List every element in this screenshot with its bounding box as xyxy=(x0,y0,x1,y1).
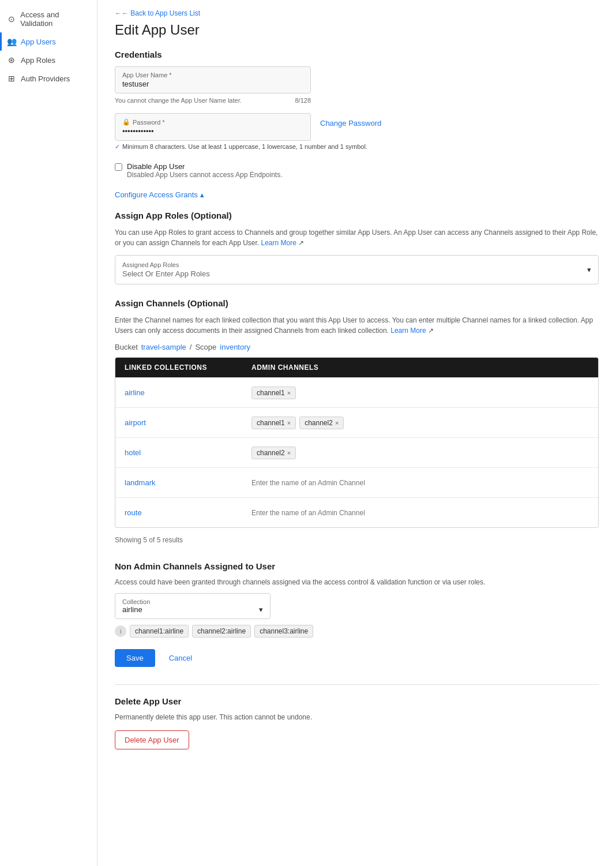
password-field: 🔒 Password * xyxy=(115,113,311,141)
non-admin-title: Non Admin Channels Assigned to User xyxy=(115,561,599,571)
channel-tag: channel1 × xyxy=(251,417,296,429)
channel-tags-hotel: channel2 × xyxy=(251,447,589,459)
collection-select[interactable]: Collection airline xyxy=(115,593,271,619)
bucket-label: Bucket xyxy=(115,343,138,351)
channel-tag: channel1 × xyxy=(251,387,296,399)
non-admin-tag: channel1:airline xyxy=(130,625,189,638)
checkmark-icon: ✓ xyxy=(115,143,120,151)
credentials-section: Credentials App User Name * You cannot c… xyxy=(115,50,599,151)
bucket-scope-row: Bucket travel-sample / Scope inventory xyxy=(115,343,599,351)
lock-icon: 🔒 xyxy=(122,118,130,126)
disable-label: Disable App User Disabled App Users cann… xyxy=(127,162,283,179)
col1-header: LINKED COLLECTIONS xyxy=(115,358,242,377)
delete-section: Delete App User Permanently delete this … xyxy=(115,696,599,749)
username-hint-text: You cannot change the App User Name late… xyxy=(115,97,242,104)
password-row: 🔒 Password * Change Password xyxy=(115,113,599,141)
delete-button[interactable]: Delete App User xyxy=(115,730,189,749)
app-roles-icon: ⊛ xyxy=(7,55,16,65)
delete-desc: Permanently delete this app user. This a… xyxy=(115,713,599,721)
remove-tag-icon[interactable]: × xyxy=(287,389,291,396)
delete-title: Delete App User xyxy=(115,696,599,706)
non-admin-section: Non Admin Channels Assigned to User Acce… xyxy=(115,561,599,638)
sidebar-item-auth-providers[interactable]: ⊞ Auth Providers xyxy=(0,69,97,88)
username-count: 8/128 xyxy=(295,97,311,104)
credentials-title: Credentials xyxy=(115,50,599,59)
assign-channels-title: Assign Channels (Optional) xyxy=(115,298,599,308)
page-title: Edit App User xyxy=(115,22,599,38)
sidebar-item-access-validation[interactable]: ⊙ Access and Validation xyxy=(0,6,97,32)
collection-airline[interactable]: airline xyxy=(125,388,145,397)
sidebar-item-label: Access and Validation xyxy=(20,10,90,28)
collection-chevron-icon xyxy=(259,605,263,614)
non-admin-tag: channel3:airline xyxy=(254,625,313,638)
username-input[interactable] xyxy=(122,80,303,88)
table-row: landmark xyxy=(115,467,598,497)
change-password-link[interactable]: Change Password xyxy=(320,113,381,128)
non-admin-desc: Access could have been granted through c… xyxy=(115,578,599,586)
non-admin-tag: channel2:airline xyxy=(192,625,251,638)
assign-channels-desc: Enter the Channel names for each linked … xyxy=(115,315,599,336)
divider xyxy=(115,684,599,685)
collection-landmark[interactable]: landmark xyxy=(125,478,155,487)
password-label: 🔒 Password * xyxy=(122,118,303,126)
table-row: airport channel1 × channel2 × xyxy=(115,407,598,437)
col2-header: ADMIN CHANNELS xyxy=(242,358,598,377)
scope-value[interactable]: inventory xyxy=(220,343,250,351)
username-label: App User Name * xyxy=(122,72,303,78)
channel-tags-airline: channel1 × xyxy=(251,387,589,399)
table-row: airline channel1 × xyxy=(115,377,598,407)
disable-section: Disable App User Disabled App Users cann… xyxy=(115,162,599,179)
configure-link[interactable]: Configure Access Grants xyxy=(115,190,204,199)
password-hint: ✓ Minimum 8 characters. Use at least 1 u… xyxy=(115,143,599,151)
table-row: hotel channel2 × xyxy=(115,437,598,467)
auth-providers-icon: ⊞ xyxy=(7,74,16,83)
sidebar: ⊙ Access and Validation 👥 App Users ⊛ Ap… xyxy=(0,0,97,866)
assign-channels-learn-more[interactable]: Learn More xyxy=(390,327,426,335)
channels-table: LINKED COLLECTIONS ADMIN CHANNELS airlin… xyxy=(115,357,599,528)
main-content: ← ← Back to App Users List Edit App User… xyxy=(97,0,616,866)
assigned-roles-dropdown[interactable]: Assigned App Roles Select Or Enter App R… xyxy=(115,255,599,284)
chevron-down-icon xyxy=(587,265,591,274)
sidebar-item-label: Auth Providers xyxy=(21,74,70,83)
remove-tag-icon[interactable]: × xyxy=(287,449,291,456)
assign-roles-title: Assign App Roles (Optional) xyxy=(115,211,599,220)
bucket-value[interactable]: travel-sample xyxy=(141,343,186,351)
table-row: route xyxy=(115,497,598,527)
channel-tags-airport: channel1 × channel2 × xyxy=(251,417,589,429)
channel-input-route[interactable] xyxy=(251,509,589,517)
disable-checkbox[interactable] xyxy=(115,163,122,171)
sidebar-item-app-roles[interactable]: ⊛ App Roles xyxy=(0,51,97,69)
remove-tag-icon[interactable]: × xyxy=(335,419,339,426)
external-link-icon: ↗ xyxy=(298,239,304,247)
non-admin-channels: i channel1:airline channel2:airline chan… xyxy=(115,625,599,638)
remove-tag-icon[interactable]: × xyxy=(287,419,291,426)
password-input[interactable] xyxy=(122,127,303,136)
username-hint-row: You cannot change the App User Name late… xyxy=(115,97,311,104)
assign-roles-desc: You can use App Roles to grant access to… xyxy=(115,227,599,248)
chevron-up-icon xyxy=(200,190,204,199)
scope-label: Scope xyxy=(195,343,216,351)
external-link-icon2: ↗ xyxy=(428,327,434,335)
showing-results: Showing 5 of 5 results xyxy=(115,533,599,548)
form-actions: Save Cancel xyxy=(115,649,599,667)
save-button[interactable]: Save xyxy=(115,649,155,667)
user-icon: i xyxy=(115,625,126,637)
channel-tag: channel2 × xyxy=(251,447,296,459)
channel-tag: channel2 × xyxy=(299,417,344,429)
sidebar-item-label: App Roles xyxy=(21,56,55,65)
collection-hotel[interactable]: hotel xyxy=(125,448,141,457)
assign-roles-section: Assign App Roles (Optional) You can use … xyxy=(115,211,599,284)
username-field: App User Name * xyxy=(115,66,311,93)
assign-channels-section: Assign Channels (Optional) Enter the Cha… xyxy=(115,298,599,548)
collection-airport[interactable]: airport xyxy=(125,418,146,427)
cancel-button[interactable]: Cancel xyxy=(162,649,199,667)
channel-input-landmark[interactable] xyxy=(251,479,589,487)
collection-route[interactable]: route xyxy=(125,508,142,517)
back-arrow-icon: ← xyxy=(115,9,122,17)
sidebar-item-app-users[interactable]: 👥 App Users xyxy=(0,32,97,51)
back-link[interactable]: ← ← Back to App Users List xyxy=(115,9,200,17)
table-header: LINKED COLLECTIONS ADMIN CHANNELS xyxy=(115,358,598,377)
access-validation-icon: ⊙ xyxy=(7,14,16,24)
sidebar-item-label: App Users xyxy=(21,38,56,46)
assign-roles-learn-more[interactable]: Learn More xyxy=(261,239,296,247)
